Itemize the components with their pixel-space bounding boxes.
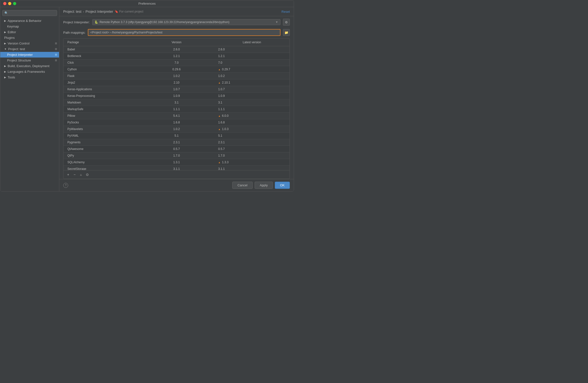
sidebar-item-appearance[interactable]: ▶ Appearance & Behavior [0,18,59,24]
table-row[interactable]: QtAwesome0.5.70.5.7 [63,146,290,152]
col-version: Version [139,40,214,44]
package-name: MarkupSafe [63,107,139,112]
package-version: 1.0.2 [139,127,214,132]
table-row[interactable]: Click7.07.0 [63,60,290,66]
package-latest: 2.6.0 [214,47,290,52]
sidebar-item-project-structure[interactable]: Project Structure ⊞ [0,58,59,63]
table-row[interactable]: MarkupSafe1.1.11.1.1 [63,106,290,113]
interpreter-label: Project Interpreter: [63,20,90,24]
table-row[interactable]: Jinja22.10▲ 2.10.1 [63,80,290,86]
sidebar-item-build[interactable]: ▶ Build, Execution, Deployment [0,63,59,69]
package-version: 0.5.7 [139,146,214,151]
table-row[interactable]: PyWavelets1.0.2▲ 1.0.3 [63,126,290,133]
expand-arrow: ▶ [4,65,6,67]
table-row[interactable]: Keras-Applications1.0.71.0.7 [63,86,290,93]
table-row[interactable]: Babel2.6.02.6.0 [63,46,290,53]
table-row[interactable]: Markdown3.13.1 [63,99,290,106]
package-version: 3.1.1 [139,166,214,170]
package-name: Babel [63,47,139,52]
expand-arrow: ▶ [4,31,6,33]
package-version: 0.29.6 [139,67,214,72]
remove-package-button[interactable]: − [72,172,77,177]
help-button[interactable]: ? [63,183,68,188]
package-name: Bottleneck [63,54,139,59]
table-row[interactable]: QtPy1.7.01.7.0 [63,152,290,159]
table-row[interactable]: SecretStorage3.1.13.1.1 [63,166,290,170]
table-body: Babel2.6.02.6.0Bottleneck1.2.11.2.1Click… [63,46,290,170]
folder-button[interactable]: 📁 [283,29,290,36]
table-row[interactable]: Bottleneck1.2.11.2.1 [63,53,290,60]
breadcrumb-separator: › [83,10,84,14]
action-buttons: Cancel Apply OK [232,182,290,189]
package-name: Pygments [63,140,139,145]
close-button[interactable] [3,2,6,5]
content-area: Project: test › Project Interpreter 🔖 Fo… [59,7,294,191]
table-row[interactable]: PyYAML5.15.1 [63,133,290,139]
path-label: Path mappings: [63,31,85,34]
preferences-window: Preferences ▶ Appearance & Behavior Keym… [0,0,294,192]
maximize-button[interactable] [13,2,16,5]
col-latest: Latest version [214,40,290,44]
sidebar-item-version-control[interactable]: ▶ Version Control ⊞ [0,40,59,46]
package-latest: 7.0 [214,60,290,65]
table-row[interactable]: Flask1.0.21.0.2 [63,73,290,80]
package-name: SecretStorage [63,166,139,170]
package-name: Markdown [63,100,139,105]
reset-button[interactable]: Reset [281,10,290,14]
main-layout: ▶ Appearance & Behavior Keymap ▶ Editor … [0,7,294,191]
sidebar-item-label: Project Interpreter [7,53,33,57]
minimize-button[interactable] [8,2,11,5]
interpreter-value: 🐍 Remote Python 3.7.3 (sftp://yangyang@1… [94,20,230,24]
sidebar-item-plugins[interactable]: Plugins [0,35,59,40]
path-input[interactable]: <Project root>→/home/yangyang/PycharmPro… [88,29,280,36]
table-row[interactable]: SQLAlchemy1.3.1▲ 1.3.3 [63,159,290,166]
sidebar-item-label: Project: test [8,47,25,51]
sidebar-item-label: Appearance & Behavior [8,19,41,23]
package-name: PyWavelets [63,127,139,132]
upgrade-package-button[interactable]: ▲ [78,172,84,177]
content-header: Project: test › Project Interpreter 🔖 Fo… [59,7,294,16]
sidebar-item-editor[interactable]: ▶ Editor [0,29,59,35]
search-input[interactable] [2,10,57,16]
sidebar-item-project[interactable]: ▼ Project: test ⊞ [0,46,59,52]
table-row[interactable]: Cython0.29.6▲ 0.29.7 [63,66,290,73]
sidebar-item-label: Tools [8,76,15,79]
apply-button[interactable]: Apply [255,182,273,189]
sidebar-item-keymap[interactable]: Keymap [0,24,59,29]
upgrade-arrow-icon: ▲ [218,81,221,84]
package-latest: 3.1 [214,100,290,105]
breadcrumb: Project: test › Project Interpreter 🔖 Fo… [63,10,144,14]
package-version: 2.10 [139,80,214,85]
package-latest: 1.0.7 [214,87,290,92]
package-latest: ▲ 1.3.3 [214,160,290,165]
package-latest: 1.7.0 [214,153,290,158]
ok-button[interactable]: OK [275,182,290,189]
sidebar-item-label: Build, Execution, Deployment [8,64,49,68]
package-version: 1.0.2 [139,74,214,79]
interpreter-row: Project Interpreter: 🐍 Remote Python 3.7… [59,16,294,28]
path-row: Path mappings: <Project root>→/home/yang… [59,28,294,38]
breadcrumb-current: Project Interpreter [86,10,113,14]
folder-icon: 📁 [284,31,288,34]
add-package-button[interactable]: + [65,172,71,177]
table-header: Package Version Latest version [63,39,290,46]
refresh-packages-button[interactable]: ⊙ [85,172,90,177]
sidebar-item-tools[interactable]: ▶ Tools [0,75,59,80]
interpreter-select[interactable]: 🐍 Remote Python 3.7.3 (sftp://yangyang@1… [92,19,280,25]
table-row[interactable]: Pygments2.3.12.3.1 [63,139,290,146]
gear-button[interactable]: ⚙ [283,19,290,26]
gear-icon: ⚙ [285,20,288,24]
table-row[interactable]: Pillow5.4.1▲ 6.0.0 [63,113,290,119]
sidebar-item-languages[interactable]: ▶ Languages & Frameworks [0,69,59,75]
package-latest: 3.1.1 [214,166,290,170]
cancel-button[interactable]: Cancel [232,182,252,189]
version-control-icon: ⊞ [55,42,57,45]
package-name: Pillow [63,113,139,118]
package-version: 1.7.0 [139,153,214,158]
sidebar-item-project-interpreter[interactable]: Project Interpreter ⊞ [0,52,59,58]
sidebar: ▶ Appearance & Behavior Keymap ▶ Editor … [0,7,59,191]
table-row[interactable]: Keras-Preprocessing1.0.91.0.9 [63,93,290,99]
expand-arrow: ▼ [4,48,7,50]
table-row[interactable]: PySocks1.6.81.6.8 [63,119,290,126]
col-package: Package [63,40,139,44]
